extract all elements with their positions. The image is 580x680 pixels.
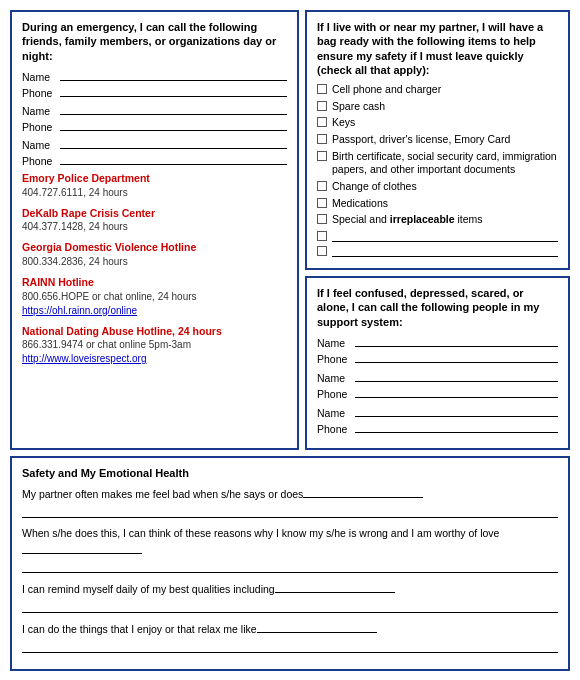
checkbox-0[interactable] (317, 84, 327, 94)
checklist-item-1: Spare cash (317, 100, 558, 114)
phone-field-1: Phone (22, 119, 287, 133)
support-name-label: Name (317, 372, 355, 384)
phone-label: Phone (22, 155, 60, 167)
prompt-long-blank-0 (22, 505, 558, 518)
prompt-inline-blank-2 (275, 581, 395, 593)
support-name-underline (355, 335, 558, 347)
checkbox-2[interactable] (317, 117, 327, 127)
checkbox-4[interactable] (317, 151, 327, 161)
support-group-1: Name Phone (317, 370, 558, 400)
bold-irreplaceable: irreplaceable (390, 213, 455, 225)
checklist-text: Change of clothes (332, 180, 417, 194)
resource-detail: 800.656.HOPE or chat online, 24 hours (22, 290, 287, 304)
prompt-text-2: I can remind myself daily of my best qua… (22, 583, 275, 595)
blank-checkbox-1[interactable] (317, 246, 327, 256)
resource-url: http://www.loveisrespect.org (22, 352, 287, 366)
phone-field-2: Phone (22, 153, 287, 167)
support-system-title: If I feel confused, depressed, scared, o… (317, 286, 558, 329)
resource-2: Georgia Domestic Violence Hotline800.334… (22, 240, 287, 269)
support-phone-underline (355, 386, 558, 398)
resource-name: Emory Police Department (22, 171, 287, 186)
support-system-box: If I feel confused, depressed, scared, o… (305, 276, 570, 450)
support-group-2: Name Phone (317, 405, 558, 435)
checklist-item-3: Passport, driver's license, Emory Card (317, 133, 558, 147)
checklist-item-5: Change of clothes (317, 180, 558, 194)
checkbox-1[interactable] (317, 101, 327, 111)
checklist-item-2: Keys (317, 116, 558, 130)
resource-detail: 404.727.6111, 24 hours (22, 186, 287, 200)
checkbox-7[interactable] (317, 214, 327, 224)
resource-3: RAINN Hotline800.656.HOPE or chat online… (22, 275, 287, 318)
checklist-item-0: Cell phone and charger (317, 83, 558, 97)
checklist-item-7: Special and irreplaceable items (317, 213, 558, 227)
prompt-inline-blank-1 (22, 542, 142, 554)
prompt-long-blank-2 (22, 600, 558, 613)
emotional-prompt-1: When s/he does this, I can think of thes… (22, 526, 558, 574)
support-name-underline (355, 370, 558, 382)
name-label: Name (22, 71, 60, 83)
name-field-0: Name (22, 69, 287, 83)
support-name-label: Name (317, 407, 355, 419)
checklist-text: Keys (332, 116, 355, 130)
resource-detail: 404.377.1428, 24 hours (22, 220, 287, 234)
support-name-field-0: Name (317, 335, 558, 349)
resource-detail: 866.331.9474 or chat online 5pm-3am (22, 338, 287, 352)
resource-0: Emory Police Department404.727.6111, 24 … (22, 171, 287, 200)
support-name-underline (355, 405, 558, 417)
prompt-inline-blank-0 (303, 486, 423, 498)
support-phone-underline (355, 421, 558, 433)
checklist-text: Spare cash (332, 100, 385, 114)
name-underline (60, 69, 287, 81)
emotional-prompt-0: My partner often makes me feel bad when … (22, 486, 558, 518)
checklist-blank-0 (317, 230, 558, 242)
resource-1: DeKalb Rape Crisis Center404.377.1428, 2… (22, 206, 287, 235)
resource-detail: 800.334.2836, 24 hours (22, 255, 287, 269)
name-label: Name (22, 105, 60, 117)
support-phone-label: Phone (317, 423, 355, 435)
phone-field-0: Phone (22, 85, 287, 99)
support-phone-label: Phone (317, 353, 355, 365)
checkbox-3[interactable] (317, 134, 327, 144)
checkbox-6[interactable] (317, 198, 327, 208)
emergency-contacts-box: During an emergency, I can call the foll… (10, 10, 299, 450)
blank-fill-line (332, 245, 558, 257)
prompt-text-0: My partner often makes me feel bad when … (22, 488, 303, 500)
prompt-inline-blank-3 (257, 621, 377, 633)
support-phone-field-0: Phone (317, 351, 558, 365)
right-column: If I live with or near my partner, I wil… (305, 10, 570, 450)
top-row: During an emergency, I can call the foll… (10, 10, 570, 450)
support-name-field-1: Name (317, 370, 558, 384)
phone-underline (60, 119, 287, 131)
name-underline (60, 103, 287, 115)
checklist-text: Passport, driver's license, Emory Card (332, 133, 510, 147)
support-group-0: Name Phone (317, 335, 558, 365)
emotional-prompt-3: I can do the things that I enjoy or that… (22, 621, 558, 653)
phone-underline (60, 153, 287, 165)
prompt-long-blank-3 (22, 640, 558, 653)
bag-items-box: If I live with or near my partner, I wil… (305, 10, 570, 270)
emergency-contacts-title: During an emergency, I can call the foll… (22, 20, 287, 63)
name-field-1: Name (22, 103, 287, 117)
checklist-item-6: Medications (317, 197, 558, 211)
phone-label: Phone (22, 87, 60, 99)
emotional-prompt-2: I can remind myself daily of my best qua… (22, 581, 558, 613)
checklist-text: Cell phone and charger (332, 83, 441, 97)
phone-label: Phone (22, 121, 60, 133)
name-label: Name (22, 139, 60, 151)
resource-name: Georgia Domestic Violence Hotline (22, 240, 287, 255)
checkbox-5[interactable] (317, 181, 327, 191)
support-phone-field-1: Phone (317, 386, 558, 400)
checklist-item-4: Birth certificate, social security card,… (317, 150, 558, 177)
checklist-text: Medications (332, 197, 388, 211)
blank-checkbox-0[interactable] (317, 231, 327, 241)
emotional-health-box: Safety and My Emotional Health My partne… (10, 456, 570, 671)
resource-4: National Dating Abuse Hotline, 24 hours8… (22, 324, 287, 367)
bag-items-title: If I live with or near my partner, I wil… (317, 20, 558, 77)
support-phone-field-2: Phone (317, 421, 558, 435)
name-field-2: Name (22, 137, 287, 151)
checklist-text: Birth certificate, social security card,… (332, 150, 558, 177)
prompt-text-1: When s/he does this, I can think of thes… (22, 527, 499, 539)
support-phone-label: Phone (317, 388, 355, 400)
name-phone-group-1: Name Phone (22, 103, 287, 133)
checklist: Cell phone and chargerSpare cashKeysPass… (317, 83, 558, 257)
